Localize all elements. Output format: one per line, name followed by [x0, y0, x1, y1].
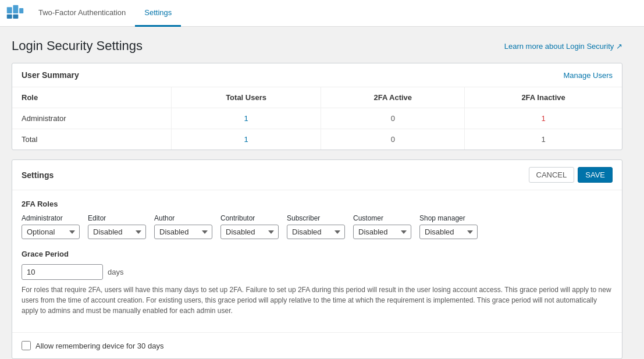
col-2fa-inactive: 2FA Inactive [465, 87, 622, 108]
tab-settings[interactable]: Settings [135, 0, 181, 27]
role-select-shop_manager[interactable]: DisabledOptionalRequired [419, 225, 478, 239]
table-row: Administrator101 [12, 108, 622, 129]
svg-rect-0 [7, 7, 12, 13]
cancel-button[interactable]: CANCEL [529, 167, 575, 183]
external-link-icon: ↗ [616, 42, 622, 51]
role-select-author[interactable]: DisabledOptionalRequired [154, 225, 212, 239]
grace-period-label: Grace Period [22, 250, 613, 258]
role-label-contributor: Contributor [220, 214, 279, 222]
role-group-editor: EditorDisabledOptionalRequired [88, 214, 146, 239]
allow-remember-checkbox[interactable] [22, 341, 31, 350]
roles-row: AdministratorDisabledOptionalRequiredEdi… [22, 214, 613, 239]
save-button[interactable]: SAVE [578, 167, 613, 183]
cell-total-users: 1 [171, 129, 321, 150]
role-group-subscriber: SubscriberDisabledOptionalRequired [287, 214, 345, 239]
cell-role: Administrator [12, 108, 171, 129]
cell-2fa-active: 0 [321, 129, 465, 150]
page-header: Login Security Settings Learn more about… [12, 38, 622, 54]
page-title: Login Security Settings [12, 38, 143, 54]
allow-remember-label: Allow remembering device for 30 days [35, 342, 163, 350]
summary-table: Role Total Users 2FA Active 2FA Inactive… [12, 87, 622, 150]
svg-rect-1 [13, 5, 18, 13]
svg-rect-3 [7, 14, 12, 18]
role-select-administrator[interactable]: DisabledOptionalRequired [22, 225, 80, 239]
role-group-contributor: ContributorDisabledOptionalRequired [220, 214, 279, 239]
fa-roles-section: 2FA Roles AdministratorDisabledOptionalR… [22, 200, 613, 239]
grace-period-unit: days [108, 268, 123, 276]
main-content: Login Security Settings Learn more about… [0, 27, 634, 359]
user-summary-header: User Summary Manage Users [12, 63, 622, 87]
role-label-subscriber: Subscriber [287, 214, 345, 222]
cell-role: Total [12, 129, 171, 150]
user-summary-card: User Summary Manage Users Role Total Use… [12, 63, 622, 150]
settings-header: Settings CANCEL SAVE [12, 160, 622, 190]
nav-logo [6, 4, 24, 23]
role-label-shop_manager: Shop manager [419, 214, 478, 222]
settings-body: 2FA Roles AdministratorDisabledOptionalR… [12, 190, 622, 332]
col-role: Role [12, 87, 171, 108]
settings-card: Settings CANCEL SAVE 2FA Roles Administr… [12, 159, 622, 359]
role-group-shop_manager: Shop managerDisabledOptionalRequired [419, 214, 478, 239]
role-group-customer: CustomerDisabledOptionalRequired [353, 214, 411, 239]
cell-total-users: 1 [171, 108, 321, 129]
role-label-author: Author [154, 214, 212, 222]
grace-period-row: days [22, 264, 613, 280]
allow-remember-section: Allow remembering device for 30 days [12, 332, 622, 358]
role-select-subscriber[interactable]: DisabledOptionalRequired [287, 225, 345, 239]
manage-users-link[interactable]: Manage Users [563, 71, 613, 80]
learn-more-link[interactable]: Learn more about Login Security ↗ [504, 42, 622, 51]
svg-rect-4 [13, 14, 18, 18]
role-label-administrator: Administrator [22, 214, 80, 222]
role-label-editor: Editor [88, 214, 146, 222]
role-label-customer: Customer [353, 214, 411, 222]
top-nav: Two-Factor Authentication Settings [0, 0, 644, 27]
grace-period-help: For roles that require 2FA, users will h… [22, 285, 613, 316]
role-select-contributor[interactable]: DisabledOptionalRequired [220, 225, 279, 239]
tab-two-factor-auth[interactable]: Two-Factor Authentication [29, 0, 135, 27]
svg-rect-2 [19, 8, 23, 13]
settings-title: Settings [22, 170, 54, 180]
col-total-users: Total Users [171, 87, 321, 108]
col-2fa-active: 2FA Active [321, 87, 465, 108]
grace-period-section: Grace Period days For roles that require… [22, 250, 613, 316]
role-group-author: AuthorDisabledOptionalRequired [154, 214, 212, 239]
cell-2fa-inactive: 1 [465, 129, 622, 150]
cell-2fa-active: 0 [321, 108, 465, 129]
role-group-administrator: AdministratorDisabledOptionalRequired [22, 214, 80, 239]
table-header-row: Role Total Users 2FA Active 2FA Inactive [12, 87, 622, 108]
user-summary-title: User Summary [22, 70, 79, 80]
role-select-customer[interactable]: DisabledOptionalRequired [353, 225, 411, 239]
cell-2fa-inactive: 1 [465, 108, 622, 129]
role-select-editor[interactable]: DisabledOptionalRequired [88, 225, 146, 239]
grace-period-input[interactable] [22, 264, 103, 280]
fa-roles-label: 2FA Roles [22, 200, 613, 208]
table-row: Total101 [12, 129, 622, 150]
settings-actions: CANCEL SAVE [529, 167, 613, 183]
